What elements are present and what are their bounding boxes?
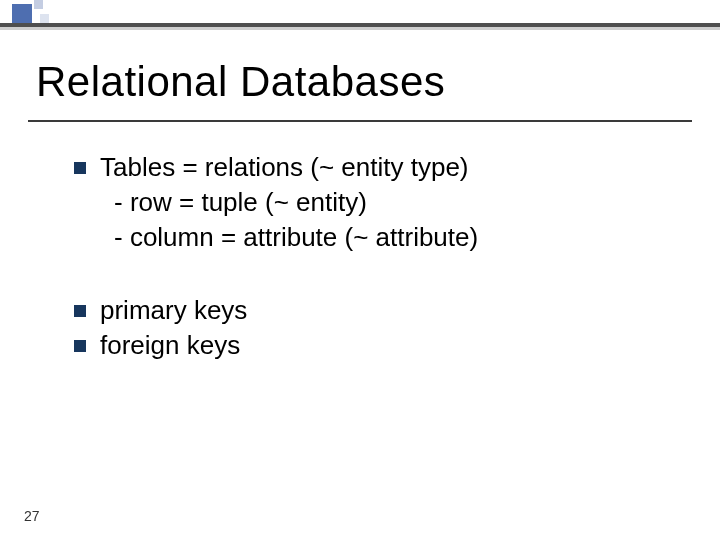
deco-square-small-1 — [34, 0, 43, 9]
square-bullet-icon — [74, 162, 86, 174]
title-underline — [28, 120, 692, 122]
bullet-1-sub-1: - row = tuple (~ entity) — [100, 185, 660, 220]
square-bullet-icon — [74, 340, 86, 352]
square-bullet-icon — [74, 305, 86, 317]
slide-header-decoration — [0, 0, 720, 30]
bullet-item-3: foreign keys — [100, 328, 660, 363]
slide-body: Tables = relations (~ entity type) - row… — [100, 150, 660, 363]
deco-square-small-2 — [40, 14, 49, 23]
page-number: 27 — [24, 508, 40, 524]
bullet-1-line-1: Tables = relations (~ entity type) — [100, 150, 660, 185]
deco-square-large — [12, 4, 32, 24]
bullet-item-2: primary keys — [100, 293, 660, 328]
bullet-2-text: primary keys — [100, 293, 660, 328]
slide-title: Relational Databases — [36, 58, 445, 106]
bullet-1-sub-2: - column = attribute (~ attribute) — [100, 220, 660, 255]
header-bar-light — [0, 27, 720, 30]
bullet-3-text: foreign keys — [100, 328, 660, 363]
bullet-group-2: primary keys foreign keys — [100, 293, 660, 363]
bullet-item-1: Tables = relations (~ entity type) - row… — [100, 150, 660, 255]
